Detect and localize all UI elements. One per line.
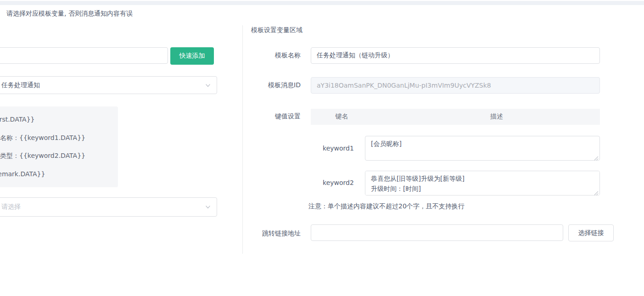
variable-select[interactable]: 请选择	[0, 197, 217, 217]
quick-add-button[interactable]: 快速添加	[170, 47, 214, 65]
jump-link-input[interactable]	[311, 224, 563, 241]
key-desc-field: 恭喜您从[旧等级]升级为[新等级] 升级时间：[时间]	[365, 171, 600, 195]
column-header-desc: 描述	[393, 112, 600, 121]
preview-line: {{first.DATA}}	[0, 116, 35, 123]
description-note: 注意：单个描述内容建议不超过20个字，且不支持换行	[308, 202, 465, 211]
key-desc-field: [会员昵称]	[365, 136, 600, 161]
quick-add-input[interactable]	[0, 47, 168, 64]
warning-text: 请选择对应模板变量, 否则消息通知内容有误	[6, 10, 133, 18]
keyword1-desc-textarea[interactable]: [会员昵称]	[365, 136, 600, 161]
panel-divider	[242, 25, 243, 254]
resize-handle[interactable]	[594, 155, 599, 159]
variable-select-placeholder: 请选择	[1, 203, 21, 211]
top-bar	[0, 1, 644, 5]
template-name-input[interactable]	[311, 47, 600, 64]
template-msg-id-label: 模板消息ID	[243, 81, 301, 89]
page-root: 请选择对应模板变量, 否则消息通知内容有误 快速添加 任务处理通知 {{firs…	[0, 0, 644, 296]
preview-line: {{remark.DATA}}	[0, 170, 45, 178]
chevron-down-icon	[205, 204, 211, 210]
key-name: keyword1	[311, 145, 366, 152]
preview-line: 通知类型：{{keyword2.DATA}}	[0, 152, 85, 160]
keyword2-desc-textarea[interactable]: 恭喜您从[旧等级]升级为[新等级] 升级时间：[时间]	[365, 171, 600, 195]
chevron-down-icon	[205, 82, 211, 89]
template-msg-id-input	[311, 77, 600, 94]
select-link-button[interactable]: 选择链接	[568, 224, 614, 241]
resize-handle[interactable]	[594, 190, 599, 194]
template-name-label: 模板名称	[243, 51, 301, 60]
template-type-select-value: 任务处理通知	[1, 81, 40, 89]
jump-link-label: 跳转链接地址	[243, 229, 301, 238]
key-name: keyword2	[311, 179, 366, 186]
preview-line: 任务名称：{{keyword1.DATA}}	[0, 134, 85, 142]
key-value-label: 键值设置	[243, 112, 301, 121]
section-title: 模板设置变量区域	[251, 26, 302, 34]
column-header-key: 键名	[311, 112, 373, 121]
template-preview-box: {{first.DATA}} 任务名称：{{keyword1.DATA}} 通知…	[0, 106, 118, 187]
template-type-select[interactable]: 任务处理通知	[0, 76, 217, 94]
